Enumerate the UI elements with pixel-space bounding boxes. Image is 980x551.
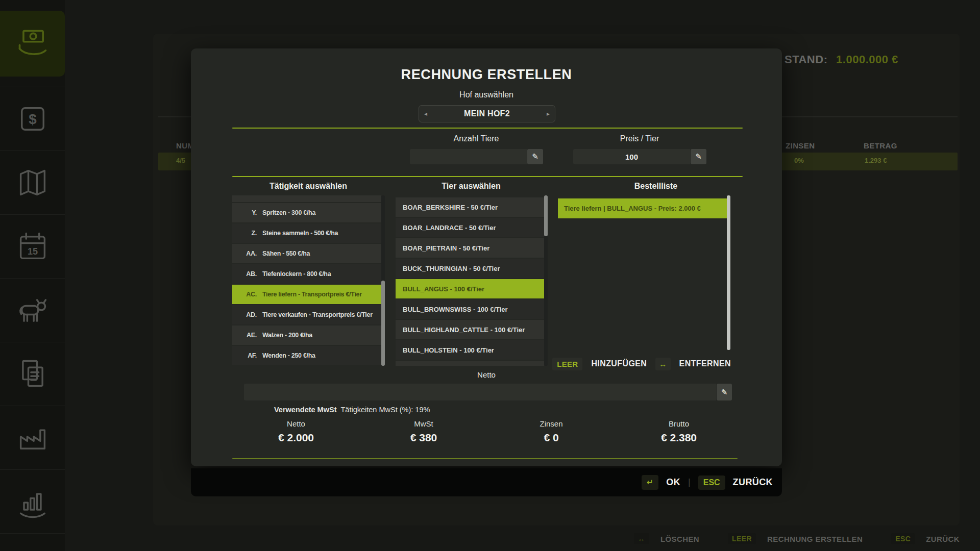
- order-column-header: Bestellliste: [579, 182, 732, 191]
- animal-list-item[interactable]: BULL_BROWNSWISS - 100 €/Tier: [396, 299, 544, 319]
- summary-column: Zinsen € 0: [487, 419, 615, 444]
- totals-summary: Netto € 2.000 MwSt € 380 Zinsen € 0 Brut…: [232, 419, 743, 444]
- summary-value: € 2.000: [232, 432, 360, 444]
- item-label: Spritzen - 300 €/ha: [262, 209, 315, 216]
- summary-label: Zinsen: [487, 419, 615, 428]
- order-scrollbar[interactable]: [727, 195, 730, 350]
- activity-list-item[interactable]: AF. Wenden - 250 €/ha: [232, 346, 381, 365]
- scrollbar-thumb[interactable]: [727, 195, 730, 350]
- add-button[interactable]: HINZUFÜGEN: [591, 359, 647, 368]
- dialog-footer-bar: ↵ OK | ESC ZURÜCK: [191, 468, 782, 496]
- create-invoice-dialog: RECHNUNG ERSTELLEN Hof auswählen ◂ MEIN …: [191, 48, 782, 496]
- item-label: BOAR_BERKSHIRE - 50 €/Tier: [403, 204, 498, 211]
- dialog-title: RECHNUNG ERSTELLEN: [191, 67, 782, 83]
- anzahl-tiere-input[interactable]: [410, 149, 527, 164]
- preis-tier-label: Preis / Tier: [573, 134, 706, 143]
- animal-list-item[interactable]: BULL_ANGUS - 100 €/Tier: [396, 279, 544, 298]
- summary-column: Brutto € 2.380: [615, 419, 743, 444]
- item-label: BOAR_PIETRAIN - 50 €/Tier: [403, 244, 489, 252]
- animal-list-item[interactable]: BOAR_PIETRAIN - 50 €/Tier: [396, 238, 544, 258]
- summary-label: Brutto: [615, 419, 743, 428]
- summary-label: Netto: [232, 419, 360, 428]
- order-list-buttons: LEER HINZUFÜGEN ↔ ENTFERNEN: [552, 356, 731, 371]
- summary-column: Netto € 2.000: [232, 419, 360, 444]
- back-button[interactable]: ZURÜCK: [733, 477, 773, 488]
- empty-key-badge[interactable]: LEER: [552, 358, 582, 370]
- activity-list-item[interactable]: AC. Tiere liefern - Transportpreis €/Tie…: [232, 285, 381, 304]
- animal-list-item[interactable]: BULL_HOLSTEIN - 100 €/Tier: [396, 340, 544, 360]
- item-hotkey-prefix: AE.: [239, 332, 257, 339]
- esc-key-badge[interactable]: ESC: [698, 475, 725, 490]
- item-label: BOAR_LANDRACE - 50 €/Tier: [403, 224, 496, 232]
- dialog-panel: RECHNUNG ERSTELLEN Hof auswählen ◂ MEIN …: [191, 48, 782, 466]
- item-hotkey-prefix: AF.: [239, 352, 257, 359]
- item-label: BULL_HIGHLAND_CATTLE - 100 €/Tier: [403, 326, 525, 334]
- activity-list-item[interactable]: AA. Sähen - 550 €/ha: [232, 244, 381, 263]
- scrollbar-thumb[interactable]: [544, 195, 548, 236]
- activity-list-item[interactable]: Z. Steine sammeln - 500 €/ha: [232, 223, 381, 243]
- order-list: Tiere liefern | BULL_ANGUS - Preis: 2.00…: [558, 195, 727, 350]
- activity-column-header: Tätigkeit auswählen: [232, 182, 385, 191]
- activity-list-item[interactable]: AB. Tiefenlockern - 800 €/ha: [232, 264, 381, 284]
- item-hotkey-prefix: AD.: [239, 311, 257, 318]
- animal-list-item[interactable]: BUCK_THURINGIAN - 50 €/Tier: [396, 259, 544, 278]
- item-label: BUCK_THURINGIAN - 50 €/Tier: [403, 265, 500, 272]
- item-hotkey-prefix: AB.: [239, 270, 257, 278]
- item-label: Sähen - 550 €/ha: [262, 250, 310, 257]
- item-label: BULL_BROWNSWISS - 100 €/Tier: [403, 306, 508, 313]
- edit-pencil-button[interactable]: ✎: [527, 149, 543, 164]
- netto-input-label: Netto: [191, 370, 782, 379]
- vat-info-rest: Tätigkeiten MwSt (%): 19%: [340, 406, 430, 414]
- summary-column: MwSt € 380: [360, 419, 487, 444]
- summary-value: € 2.380: [615, 432, 743, 444]
- farm-select-label: Hof auswählen: [191, 90, 782, 99]
- activity-list: Y. Spritzen - 300 €/ha Z. Steine sammeln…: [232, 195, 381, 366]
- vat-info-line: Verwendete MwStTätigkeiten MwSt (%): 19%: [274, 406, 430, 414]
- activity-list-item[interactable]: AD. Tiere verkaufen - Transportpreis €/T…: [232, 305, 381, 324]
- next-arrow-icon[interactable]: ▸: [547, 110, 550, 117]
- clipped-list-item: [396, 361, 544, 366]
- animal-list-item[interactable]: BOAR_LANDRACE - 50 €/Tier: [396, 218, 544, 237]
- activity-scrollbar[interactable]: [381, 195, 385, 366]
- item-hotkey-prefix: AA.: [239, 250, 257, 257]
- item-label: BULL_HOLSTEIN - 100 €/Tier: [403, 346, 494, 354]
- animal-scrollbar[interactable]: [544, 195, 548, 366]
- animal-list-item[interactable]: BULL_HIGHLAND_CATTLE - 100 €/Tier: [396, 320, 544, 339]
- item-label: Tiefenlockern - 800 €/ha: [262, 270, 331, 278]
- remove-button[interactable]: ENTFERNEN: [679, 359, 731, 368]
- anzahl-tiere-field: ✎: [410, 149, 543, 164]
- divider: [232, 176, 743, 177]
- netto-field: ✎: [244, 384, 732, 400]
- divider: [232, 128, 743, 129]
- item-label: Tiere liefern | BULL_ANGUS - Preis: 2.00…: [564, 205, 701, 212]
- item-label: BULL_ANGUS - 100 €/Tier: [403, 285, 484, 293]
- enter-key-icon[interactable]: ↵: [642, 475, 658, 490]
- item-label: Tiere verkaufen - Transportpreis €/Tier: [262, 311, 373, 318]
- farm-selector-value: MEIN HOF2: [464, 109, 510, 118]
- edit-pencil-button[interactable]: ✎: [717, 384, 732, 400]
- animal-list: BOAR_BERKSHIRE - 50 €/Tier BOAR_LANDRACE…: [396, 195, 544, 366]
- animal-list-item[interactable]: BOAR_BERKSHIRE - 50 €/Tier: [396, 197, 544, 217]
- divider: [232, 458, 738, 459]
- summary-value: € 380: [360, 432, 487, 444]
- clipped-list-item: [232, 195, 381, 202]
- anzahl-tiere-label: Anzahl Tiere: [410, 134, 543, 143]
- animal-column-header: Tier auswählen: [395, 182, 548, 191]
- activity-list-item[interactable]: AE. Walzen - 200 €/ha: [232, 325, 381, 345]
- scrollbar-thumb[interactable]: [381, 281, 385, 366]
- item-hotkey-prefix: Z.: [239, 230, 257, 237]
- item-label: Walzen - 200 €/ha: [262, 332, 312, 339]
- item-label: Tiere liefern - Transportpreis €/Tier: [262, 291, 362, 298]
- activity-list-item[interactable]: Y. Spritzen - 300 €/ha: [232, 203, 381, 222]
- swap-key-icon[interactable]: ↔: [655, 358, 670, 370]
- netto-input[interactable]: [244, 384, 716, 400]
- preis-tier-field: 100 ✎: [573, 149, 706, 164]
- order-list-item[interactable]: Tiere liefern | BULL_ANGUS - Preis: 2.00…: [558, 198, 727, 218]
- edit-pencil-button[interactable]: ✎: [691, 149, 706, 164]
- summary-value: € 0: [487, 432, 615, 444]
- prev-arrow-icon[interactable]: ◂: [424, 110, 427, 117]
- ok-button[interactable]: OK: [666, 477, 680, 488]
- farm-selector[interactable]: ◂ MEIN HOF2 ▸: [419, 105, 555, 122]
- item-hotkey-prefix: Y.: [239, 209, 257, 216]
- preis-tier-input[interactable]: 100: [573, 149, 690, 164]
